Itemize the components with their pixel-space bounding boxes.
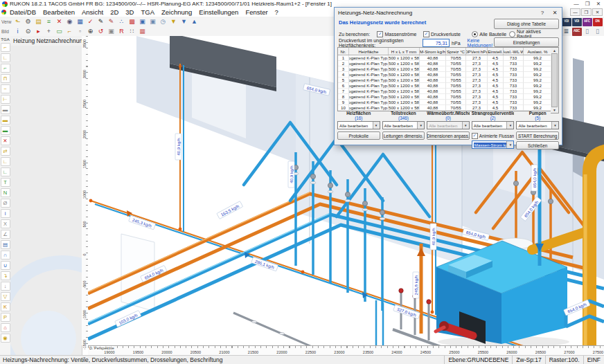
pan-icon[interactable]: + bbox=[44, 28, 54, 36]
column-header[interactable]: Ausl.-WL W bbox=[504, 48, 524, 55]
menu--[interactable]: ? bbox=[272, 8, 282, 16]
tga-elbow-yellow-icon[interactable]: ∟ bbox=[1, 157, 10, 166]
menu-tga[interactable]: TGA bbox=[137, 8, 158, 16]
tga-segment-green-icon[interactable]: ▬ bbox=[1, 126, 10, 135]
menu-datei-db[interactable]: Datei/DB bbox=[6, 8, 39, 16]
dialog-ohne-tabelle-button[interactable]: Dialog ohne Tabelle bbox=[494, 19, 559, 29]
leitungen-dimensionieren-button[interactable]: Leitungen dimensio. bbox=[382, 131, 425, 140]
tga-pipe-join-icon[interactable]: ⊓ bbox=[1, 74, 10, 83]
redline-icon[interactable]: R bbox=[117, 28, 127, 36]
menu-fenster[interactable]: Fenster bbox=[242, 8, 271, 16]
zoom-window-icon[interactable]: ▭ bbox=[55, 28, 64, 36]
move-assign-icon[interactable]: ⬑ bbox=[13, 18, 23, 26]
copy2-icon[interactable]: ▣ bbox=[148, 18, 158, 26]
fit-view-icon[interactable]: ∷ bbox=[127, 28, 137, 36]
mdi-restore-button[interactable]: ❐ bbox=[581, 8, 592, 16]
tga-flag-icon[interactable]: P bbox=[1, 313, 10, 322]
tga-funnel-icon[interactable]: ▽ bbox=[1, 292, 10, 301]
tga-hook-icon[interactable]: ↴ bbox=[1, 271, 10, 280]
zoom-icon[interactable]: ⊙ bbox=[24, 28, 33, 36]
tga-info-icon[interactable]: i bbox=[1, 209, 10, 218]
einstellungen-button[interactable]: Einstellungen bbox=[494, 37, 559, 47]
flussanzeige-groesse-dropdown[interactable]: Massen-Strom kg/h ▼ bbox=[472, 140, 515, 149]
tga-pump-icon[interactable]: ◉ bbox=[1, 334, 10, 343]
tga-pipe-corner-icon[interactable]: ⌐ bbox=[1, 43, 10, 52]
maximize-button[interactable]: ❐ bbox=[582, 1, 593, 8]
table-row[interactable]: 5Logatrend K-Plan Typ...500 x 1200 x 584… bbox=[338, 78, 552, 83]
column-header[interactable]: Spreiz °C bbox=[446, 48, 466, 55]
chevron-down-icon[interactable]: ▼ bbox=[506, 141, 513, 148]
tga-pipe-branch-icon[interactable]: ⊢ bbox=[1, 95, 10, 104]
section-count[interactable]: (0) bbox=[427, 116, 470, 120]
table-row[interactable]: 4Logatrend K-Plan Typ...500 x 1200 x 584… bbox=[338, 72, 552, 78]
minimize-button[interactable]: — bbox=[571, 1, 582, 8]
vdi3805-2-icon[interactable]: VDI bbox=[572, 18, 582, 26]
column-header[interactable]: H x L x T mm bbox=[389, 48, 420, 55]
section-count[interactable]: (2) bbox=[472, 116, 515, 120]
section-count[interactable]: (16) bbox=[337, 116, 380, 120]
check-select-icon[interactable]: ✓ bbox=[86, 18, 96, 26]
tga-pipe-down-icon[interactable]: ∟ bbox=[1, 53, 10, 62]
datanorm-icon[interactable]: DN bbox=[593, 18, 603, 26]
visibility-icon[interactable]: ◉ bbox=[65, 18, 75, 26]
protokolle-button[interactable]: Protokolle bbox=[337, 131, 380, 140]
tga-pipe-route-icon[interactable]: ~ bbox=[1, 84, 10, 93]
tga-segment-yellow-icon[interactable]: ▬ bbox=[1, 116, 10, 125]
tga-slope-icon[interactable]: ∠ bbox=[1, 230, 10, 239]
tga-house-icon[interactable]: ⌂ bbox=[1, 323, 10, 332]
chevron-down-icon[interactable]: ▼ bbox=[417, 122, 424, 129]
zoom-point-icon[interactable]: ⊕ bbox=[86, 28, 96, 36]
tga-drop-icon[interactable]: ↓ bbox=[1, 282, 10, 291]
tga-segment-icon[interactable]: ▬ bbox=[1, 105, 10, 114]
nur-aktives-bauteil-radio[interactable] bbox=[509, 31, 515, 37]
hfc-icon[interactable]: HFC bbox=[583, 18, 592, 26]
scroll-up-icon[interactable]: ▲ bbox=[553, 48, 556, 53]
teilstrecken-bearbeiten-dropdown[interactable]: Alle bearbeiten ▼ bbox=[382, 121, 425, 129]
tga-panel-icon[interactable]: ▤ bbox=[1, 240, 10, 249]
column-header[interactable]: Nr. bbox=[338, 48, 349, 55]
menu-zeichnung[interactable]: Zeichnung bbox=[158, 8, 195, 16]
view-copy-icon[interactable]: ▣ bbox=[107, 28, 116, 36]
copy-time-icon[interactable]: ◷ bbox=[159, 18, 168, 26]
draw-pen2-icon[interactable]: ✎ bbox=[107, 18, 116, 26]
menu-3d[interactable]: 3D bbox=[122, 8, 137, 16]
druckverlust-value-field[interactable]: 75,31 bbox=[423, 39, 450, 47]
tga-duct2-icon[interactable]: ∪ bbox=[1, 261, 10, 270]
schliessen-button[interactable]: Schließen bbox=[516, 141, 559, 149]
close-button[interactable]: ✕ bbox=[593, 1, 604, 8]
dialog-title-bar[interactable]: Heizungs-Netz-Nachrechnung ? ✕ bbox=[335, 8, 562, 18]
menu-ansicht[interactable]: Ansicht bbox=[78, 8, 107, 16]
spellcheck-abc-icon[interactable]: ABC bbox=[572, 28, 582, 36]
draw-pen-icon[interactable]: ✎ bbox=[96, 18, 106, 26]
panel-right-icon[interactable]: ▯ bbox=[593, 28, 603, 36]
alle-bauteile-radio[interactable] bbox=[472, 31, 478, 37]
column-header[interactable]: Einstell. bbox=[488, 48, 504, 55]
table-scrollbar[interactable]: ▲ ▼ bbox=[551, 47, 559, 113]
block-save-icon[interactable]: ▼ bbox=[169, 18, 179, 26]
tga-label-icon[interactable]: N bbox=[1, 188, 10, 197]
color-palette-icon[interactable]: ▩ bbox=[127, 18, 137, 26]
druckverluste-checkbox[interactable]: ✓ bbox=[423, 31, 429, 37]
column-header[interactable]: Auslast. % bbox=[524, 48, 552, 55]
table-row[interactable]: 6Logatrend K-Plan Typ...500 x 1200 x 584… bbox=[338, 83, 552, 89]
tga-elbow-green-icon[interactable]: ∟ bbox=[1, 167, 10, 176]
section-count[interactable]: (5) bbox=[516, 116, 559, 120]
delete-icon[interactable]: ✕ bbox=[55, 18, 64, 26]
tga-diameter-icon[interactable]: Ø bbox=[1, 199, 10, 208]
chevron-down-icon[interactable]: ▼ bbox=[551, 122, 558, 129]
table-row[interactable]: 3Logatrend K-Plan Typ...500 x 1200 x 584… bbox=[338, 66, 552, 72]
table-row[interactable]: 8Logatrend K-Plan Typ...500 x 1200 x 584… bbox=[338, 94, 552, 100]
table-row[interactable]: 2Logatrend K-Plan Typ...500 x 1200 x 584… bbox=[338, 61, 552, 66]
panel-left-icon[interactable]: ▯ bbox=[583, 28, 592, 36]
block-export-icon[interactable]: ▲ bbox=[190, 18, 199, 26]
strangregulierventile-bearbeiten-dropdown[interactable]: Alle bearbeiten ▼ bbox=[472, 121, 515, 129]
chevron-down-icon[interactable]: ▼ bbox=[373, 122, 380, 129]
mdi-minimize-button[interactable]: — bbox=[570, 8, 580, 16]
table-row[interactable]: 7Logatrend K-Plan Typ...500 x 1200 x 584… bbox=[338, 89, 552, 94]
column-header[interactable]: M-Strom kg/h bbox=[420, 48, 446, 55]
chevron-down-icon[interactable]: ▼ bbox=[506, 122, 513, 129]
print-icon[interactable]: ≣ bbox=[562, 28, 571, 36]
tga-duct-icon[interactable]: ∩ bbox=[1, 251, 10, 260]
animierte-flussanzeige-checkbox[interactable]: ✓ bbox=[472, 133, 478, 139]
pumpen-bearbeiten-dropdown[interactable]: Alle bearbeiten ▼ bbox=[516, 121, 559, 129]
